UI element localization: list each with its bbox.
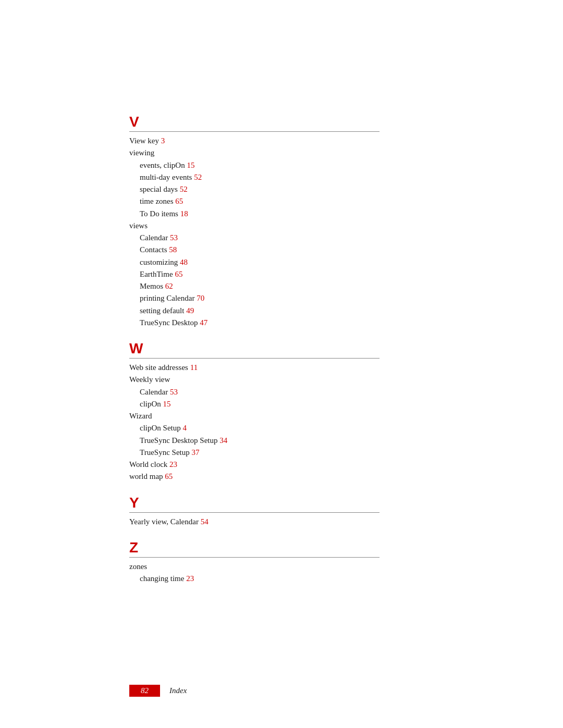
- section-w: W Web site addresses 11 Weekly view Cale…: [129, 341, 380, 483]
- sub-entries: events, clipOn 15 multi-day events 52 sp…: [140, 159, 380, 220]
- list-item: TrueSync Desktop 47: [140, 317, 380, 329]
- list-item: Weekly view Calendar 53 clipOn 15: [129, 374, 380, 410]
- page-container: V View key 3 viewing events, clipOn 15 m…: [0, 0, 563, 728]
- section-z-header: Z: [129, 540, 380, 555]
- footer-page-number: 82: [129, 685, 160, 697]
- list-item: changing time 23: [140, 573, 380, 585]
- list-item: Wizard clipOn Setup 4 TrueSync Desktop S…: [129, 410, 380, 459]
- list-item: Contacts 58: [140, 244, 380, 256]
- list-item: Memos 62: [140, 280, 380, 292]
- section-y: Y Yearly view, Calendar 54: [129, 496, 380, 528]
- list-item: setting default 49: [140, 305, 380, 317]
- list-item: EarthTime 65: [140, 268, 380, 280]
- footer-label: Index: [169, 686, 187, 695]
- list-item: TrueSync Setup 37: [140, 447, 380, 459]
- section-z-entries: zones changing time 23: [129, 561, 380, 585]
- list-item: To Do items 18: [140, 208, 380, 220]
- section-z-rule: [129, 557, 380, 558]
- world-clock-entry: World clock 23: [129, 459, 380, 471]
- list-item: printing Calendar 70: [140, 292, 380, 304]
- list-item: time zones 65: [140, 195, 380, 207]
- list-item: Web site addresses 11: [129, 362, 380, 374]
- entry-label: views: [129, 221, 148, 230]
- list-item: Calendar 53: [140, 386, 380, 398]
- entry-page: 3: [161, 137, 165, 145]
- list-item: special days 52: [140, 183, 380, 195]
- list-item: clipOn Setup 4: [140, 422, 380, 434]
- section-v: V View key 3 viewing events, clipOn 15 m…: [129, 115, 380, 329]
- section-w-entries: Web site addresses 11 Weekly view Calend…: [129, 362, 380, 483]
- list-item: TrueSync Desktop Setup 34: [140, 435, 380, 447]
- section-y-header: Y: [129, 496, 380, 510]
- list-item: views Calendar 53 Contacts 58 customizin…: [129, 220, 380, 329]
- list-item: Calendar 53: [140, 232, 380, 244]
- section-v-entries: View key 3 viewing events, clipOn 15 mul…: [129, 135, 380, 329]
- letter-v: V: [129, 115, 139, 129]
- list-item: Yearly view, Calendar 54: [129, 516, 380, 528]
- entry-label: View key: [129, 137, 161, 145]
- list-item: events, clipOn 15: [140, 159, 380, 171]
- list-item: multi-day events 52: [140, 171, 380, 183]
- list-item: clipOn 15: [140, 398, 380, 410]
- letter-z: Z: [129, 540, 138, 555]
- letter-w: W: [129, 341, 143, 356]
- list-item: viewing events, clipOn 15 multi-day even…: [129, 147, 380, 220]
- section-v-header: V: [129, 115, 380, 129]
- list-item: customizing 48: [140, 256, 380, 268]
- section-y-rule: [129, 512, 380, 513]
- sub-entries: changing time 23: [140, 573, 380, 585]
- sub-entries: Calendar 53 Contacts 58 customizing 48 E…: [140, 232, 380, 329]
- list-item: world map 65: [129, 471, 380, 483]
- section-w-header: W: [129, 341, 380, 356]
- section-z: Z zones changing time 23: [129, 540, 380, 585]
- footer: 82 Index: [129, 685, 187, 697]
- letter-y: Y: [129, 496, 139, 510]
- section-v-rule: [129, 131, 380, 132]
- list-item: View key 3: [129, 135, 380, 147]
- entry-label: viewing: [129, 149, 154, 157]
- section-y-entries: Yearly view, Calendar 54: [129, 516, 380, 528]
- sub-entries: clipOn Setup 4 TrueSync Desktop Setup 34…: [140, 422, 380, 459]
- section-w-rule: [129, 358, 380, 359]
- list-item: zones changing time 23: [129, 561, 380, 585]
- content-area: V View key 3 viewing events, clipOn 15 m…: [129, 115, 380, 585]
- sub-entries: Calendar 53 clipOn 15: [140, 386, 380, 411]
